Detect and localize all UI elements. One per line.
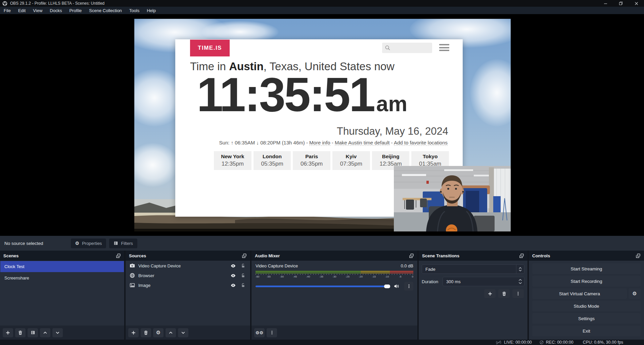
scene-item-screenshare[interactable]: Screenshare xyxy=(0,272,124,284)
minimize-button[interactable] xyxy=(598,0,613,7)
channel-options-button[interactable] xyxy=(404,282,413,291)
titlebar: OBS 29.1.2 - Profile: LLHLS BETA - Scene… xyxy=(0,0,644,7)
eye-icon[interactable] xyxy=(230,283,236,288)
preview-canvas[interactable]: TIME.IS Time in Austin, Texas, United St… xyxy=(0,14,644,236)
volume-meter: -60 -55 -50 -45 -40 -35 -30 -25 -20 -15 … xyxy=(256,271,413,279)
filter-icon xyxy=(113,241,118,246)
clock-display: 11:35:51am xyxy=(197,71,407,119)
source-item-video-capture[interactable]: Video Capture Device xyxy=(126,261,250,270)
menu-docks[interactable]: Docks xyxy=(46,7,65,14)
sources-dock-header: Sources xyxy=(126,251,250,261)
channel-name: Video Capture Device xyxy=(256,263,298,268)
exit-button[interactable]: Exit xyxy=(532,326,641,336)
start-streaming-button[interactable]: Start Streaming xyxy=(532,263,641,274)
rec-status-icon xyxy=(539,340,544,345)
source-item-image[interactable]: Image xyxy=(126,281,250,290)
restore-button[interactable] xyxy=(613,0,629,7)
search-icon xyxy=(384,45,391,51)
gear-icon: ⚙ xyxy=(75,241,80,246)
virtual-camera-settings-button[interactable]: ⚙ xyxy=(629,288,641,299)
unlock-icon[interactable] xyxy=(241,283,245,288)
popout-icon[interactable] xyxy=(242,253,247,258)
popout-icon[interactable] xyxy=(409,253,414,258)
start-virtual-camera-button[interactable]: Start Virtual Camera xyxy=(532,288,627,299)
source-item-browser[interactable]: Browser xyxy=(126,271,250,280)
settings-button[interactable]: Settings xyxy=(532,313,641,324)
source-toolbar: No source selected ⚙ Properties Filters xyxy=(0,236,644,251)
popout-icon[interactable] xyxy=(636,253,641,258)
scenes-list: Clock Test Screenshare xyxy=(0,261,124,326)
menu-view[interactable]: View xyxy=(29,7,46,14)
mixer-options-button[interactable] xyxy=(267,328,277,337)
popout-icon[interactable] xyxy=(116,253,121,258)
add-scene-button[interactable] xyxy=(3,328,13,337)
duration-spinbox[interactable]: 300 ms xyxy=(443,277,524,286)
scene-filters-button[interactable] xyxy=(28,328,38,337)
webcam-overlay xyxy=(394,166,511,231)
obs-logo-icon xyxy=(2,1,7,6)
scenes-dock-header: Scenes xyxy=(0,251,124,261)
mixer-toolbar: ⚙⚙ xyxy=(251,326,417,340)
audio-mixer-header: Audio Mixer xyxy=(251,251,417,261)
filters-button[interactable]: Filters xyxy=(109,239,137,248)
scene-transitions-body: Fade Duration 300 ms xyxy=(419,261,527,340)
menu-tools[interactable]: Tools xyxy=(126,7,143,14)
source-move-down-button[interactable] xyxy=(178,328,188,337)
status-bar: LIVE: 00:00:00 REC: 00:00:00 CPU: 0.6%, … xyxy=(0,340,644,345)
menu-profile[interactable]: Profile xyxy=(65,7,85,14)
properties-button[interactable]: ⚙ Properties xyxy=(71,239,106,248)
transition-options-button[interactable] xyxy=(512,289,524,298)
chevron-updown-icon[interactable] xyxy=(516,265,524,273)
volume-slider-handle[interactable] xyxy=(384,285,390,288)
volume-slider[interactable] xyxy=(256,286,390,287)
start-recording-button[interactable]: Start Recording xyxy=(532,276,641,287)
scene-move-up-button[interactable] xyxy=(40,328,50,337)
mixer-channel: Video Capture Device 0.0 dB -60 -55 -50 … xyxy=(251,261,417,326)
spin-down-icon[interactable] xyxy=(518,282,522,284)
speaker-icon[interactable] xyxy=(394,284,400,289)
spin-up-icon[interactable] xyxy=(518,279,522,281)
search-input xyxy=(382,43,432,53)
world-time-cell: Paris06:35pm xyxy=(293,151,330,170)
add-transition-button[interactable] xyxy=(484,289,496,298)
advanced-audio-button[interactable]: ⚙⚙ xyxy=(254,328,265,337)
remove-transition-button[interactable] xyxy=(498,289,510,298)
studio-mode-button[interactable]: Studio Mode xyxy=(532,301,641,311)
double-gear-icon: ⚙⚙ xyxy=(256,331,263,335)
audio-mixer-dock: Audio Mixer Video Capture Device 0.0 dB … xyxy=(251,251,417,340)
window-title: OBS 29.1.2 - Profile: LLHLS BETA - Scene… xyxy=(10,1,104,6)
preview-video[interactable]: TIME.IS Time in Austin, Texas, United St… xyxy=(134,19,511,231)
close-button[interactable] xyxy=(629,0,644,7)
sources-dock: Sources Video Capture Device Browser xyxy=(126,251,250,340)
scene-move-down-button[interactable] xyxy=(52,328,63,337)
scene-item-clock-test[interactable]: Clock Test xyxy=(0,261,124,272)
docks-area: Scenes Clock Test Screenshare Sources xyxy=(0,251,644,340)
menu-scene-collection[interactable]: Scene Collection xyxy=(85,7,126,14)
menu-file[interactable]: File xyxy=(0,7,14,14)
menubar: File Edit View Docks Profile Scene Colle… xyxy=(0,7,644,14)
cloud xyxy=(470,59,511,126)
image-icon xyxy=(130,283,135,288)
unlock-icon[interactable] xyxy=(241,273,245,278)
menu-icon xyxy=(439,44,449,53)
add-source-button[interactable] xyxy=(128,328,139,337)
eye-icon[interactable] xyxy=(230,273,236,278)
menu-edit[interactable]: Edit xyxy=(14,7,29,14)
transition-select[interactable]: Fade xyxy=(422,264,524,274)
remove-scene-button[interactable] xyxy=(15,328,26,337)
world-time-cell: Kyiv07:35pm xyxy=(332,151,370,170)
world-time-cell: New York12:35pm xyxy=(214,151,251,170)
source-properties-button[interactable]: ⚙ xyxy=(153,328,164,337)
scenes-dock: Scenes Clock Test Screenshare xyxy=(0,251,124,340)
unlock-icon[interactable] xyxy=(241,263,245,268)
remove-source-button[interactable] xyxy=(141,328,151,337)
source-move-up-button[interactable] xyxy=(166,328,176,337)
eye-icon[interactable] xyxy=(230,263,236,269)
gear-icon: ⚙ xyxy=(156,330,160,335)
scene-transitions-header: Scene Transitions xyxy=(419,251,527,261)
popout-icon[interactable] xyxy=(519,253,524,258)
menu-help[interactable]: Help xyxy=(143,7,159,14)
sun-info: Sun: ↑ 06:35AM ↓ 08:20PM (13h 46m) - Mor… xyxy=(219,140,448,145)
cloud xyxy=(134,143,178,187)
controls-dock: Controls Start Streaming Start Recording… xyxy=(529,251,644,340)
